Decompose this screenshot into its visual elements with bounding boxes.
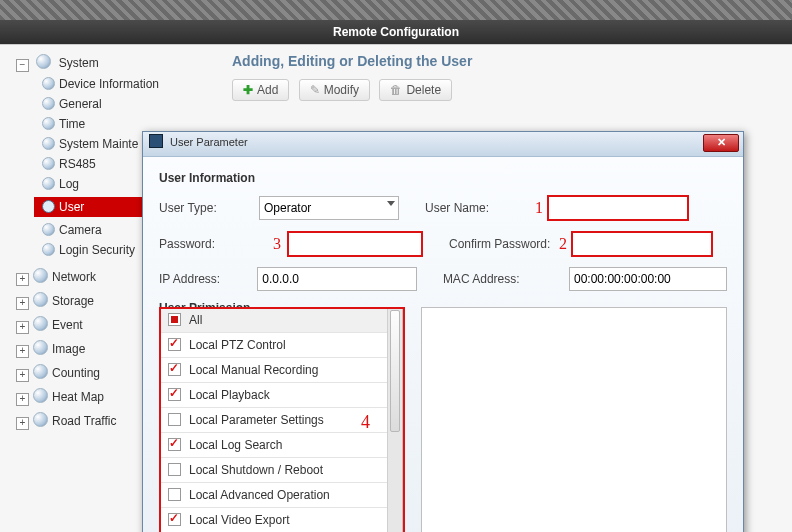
node-icon	[42, 157, 55, 170]
node-icon	[42, 200, 55, 213]
plus-icon: ✚	[243, 83, 253, 97]
user-parameter-dialog: User Parameter ✕ User Information User T…	[142, 131, 744, 532]
expand-icon[interactable]: +	[16, 393, 29, 406]
checkbox-icon[interactable]	[168, 338, 181, 351]
tree-label: Storage	[52, 294, 94, 308]
permission-local-manual-recording[interactable]: Local Manual Recording	[160, 358, 402, 383]
checkbox-icon[interactable]	[168, 388, 181, 401]
permission-local-log-search[interactable]: Local Log Search	[160, 433, 402, 458]
node-icon	[42, 97, 55, 110]
annotation-1: 1	[535, 199, 543, 217]
tree-item-general[interactable]: General	[34, 94, 216, 114]
tree-label: System Mainte	[59, 137, 138, 151]
mac-address-input[interactable]	[569, 267, 727, 291]
tree-label: System	[59, 56, 99, 70]
dialog-body: User Information User Type: User Name: 1…	[143, 157, 743, 532]
permission-detail-panel	[421, 307, 727, 532]
permission-label: Local Manual Recording	[189, 363, 318, 377]
ip-address-label: IP Address:	[159, 272, 257, 286]
checkbox-icon[interactable]	[168, 313, 181, 326]
permission-label: Local PTZ Control	[189, 338, 286, 352]
globe-icon	[33, 388, 48, 403]
dialog-titlebar[interactable]: User Parameter ✕	[143, 132, 743, 157]
annotation-3: 3	[259, 235, 281, 253]
permission-local-ptz-control[interactable]: Local PTZ Control	[160, 333, 402, 358]
permission-area: AllLocal PTZ ControlLocal Manual Recordi…	[159, 307, 727, 532]
user-name-input[interactable]	[547, 195, 689, 221]
permission-label: Local Log Search	[189, 438, 282, 452]
permission-local-advanced-operation[interactable]: Local Advanced Operation	[160, 483, 402, 508]
trash-icon: 🗑	[390, 83, 402, 97]
checkbox-icon[interactable]	[168, 363, 181, 376]
tree-label: General	[59, 97, 102, 111]
node-icon	[42, 117, 55, 130]
row-password: Password: 3 Confirm Password: 2	[159, 231, 727, 257]
tree-item-device-information[interactable]: Device Information	[34, 74, 216, 94]
checkbox-icon[interactable]	[168, 463, 181, 476]
expand-icon[interactable]: +	[16, 297, 29, 310]
scrollbar[interactable]	[387, 308, 402, 532]
btn-label: Delete	[406, 83, 441, 97]
tree-label: Heat Map	[52, 390, 104, 404]
expand-icon[interactable]: +	[16, 345, 29, 358]
globe-icon	[36, 54, 51, 69]
page-heading: Adding, Editing or Deleting the User	[232, 53, 472, 69]
annotation-2: 2	[559, 235, 567, 253]
user-type-value[interactable]	[259, 196, 399, 220]
permission-local-playback[interactable]: Local Playback	[160, 383, 402, 408]
tree-label: Time	[59, 117, 85, 131]
modify-button[interactable]: ✎Modify	[299, 79, 370, 101]
permission-all[interactable]: All	[160, 308, 402, 333]
row-user-type-name: User Type: User Name: 1	[159, 195, 727, 221]
node-icon	[42, 137, 55, 150]
close-button[interactable]: ✕	[703, 134, 739, 152]
btn-label: Modify	[324, 83, 359, 97]
ip-address-input[interactable]	[257, 267, 417, 291]
permission-label: Local Playback	[189, 388, 270, 402]
expand-icon[interactable]: +	[16, 369, 29, 382]
permission-label: Local Parameter Settings	[189, 413, 324, 427]
permission-list[interactable]: AllLocal PTZ ControlLocal Manual Recordi…	[159, 307, 403, 532]
scrollbar-thumb[interactable]	[390, 310, 400, 432]
user-type-label: User Type:	[159, 201, 259, 215]
window-title: Remote Configuration	[0, 20, 792, 44]
tree-label: Road Traffic	[52, 414, 116, 428]
tree-label: Counting	[52, 366, 100, 380]
expand-icon[interactable]: +	[16, 417, 29, 430]
mac-address-label: MAC Address:	[443, 272, 551, 286]
tree-label: RS485	[59, 157, 96, 171]
globe-icon	[33, 340, 48, 355]
checkbox-icon[interactable]	[168, 438, 181, 451]
permission-local-video-export[interactable]: Local Video Export	[160, 508, 402, 532]
permission-local-parameter-settings[interactable]: Local Parameter Settings	[160, 408, 402, 433]
expand-icon[interactable]: +	[16, 321, 29, 334]
checkbox-icon[interactable]	[168, 513, 181, 526]
section-user-info: User Information	[159, 171, 727, 185]
expand-icon[interactable]: +	[16, 273, 29, 286]
checkbox-icon[interactable]	[168, 413, 181, 426]
user-type-select[interactable]	[259, 196, 399, 220]
confirm-password-input[interactable]	[571, 231, 713, 257]
tree-label: Device Information	[59, 77, 159, 91]
node-icon	[42, 77, 55, 90]
confirm-password-label: Confirm Password:	[449, 237, 559, 251]
globe-icon	[33, 412, 48, 427]
permission-local-shutdown-reboot[interactable]: Local Shutdown / Reboot	[160, 458, 402, 483]
password-input[interactable]	[287, 231, 423, 257]
node-icon	[42, 243, 55, 256]
password-label: Password:	[159, 237, 259, 251]
pencil-icon: ✎	[310, 83, 320, 97]
node-icon	[42, 223, 55, 236]
tree-label: Event	[52, 318, 83, 332]
delete-button[interactable]: 🗑Delete	[379, 79, 452, 101]
tree-label: User	[59, 200, 84, 214]
permission-label: Local Advanced Operation	[189, 488, 330, 502]
add-button[interactable]: ✚Add	[232, 79, 289, 101]
permission-label: Local Shutdown / Reboot	[189, 463, 323, 477]
action-row: ✚Add ✎Modify 🗑Delete	[232, 79, 458, 101]
content-area: − System Device InformationGeneralTimeSy…	[0, 44, 792, 532]
collapse-icon[interactable]: −	[16, 59, 29, 72]
checkbox-icon[interactable]	[168, 488, 181, 501]
tree-label: Network	[52, 270, 96, 284]
row-ip-mac: IP Address: MAC Address:	[159, 267, 727, 291]
